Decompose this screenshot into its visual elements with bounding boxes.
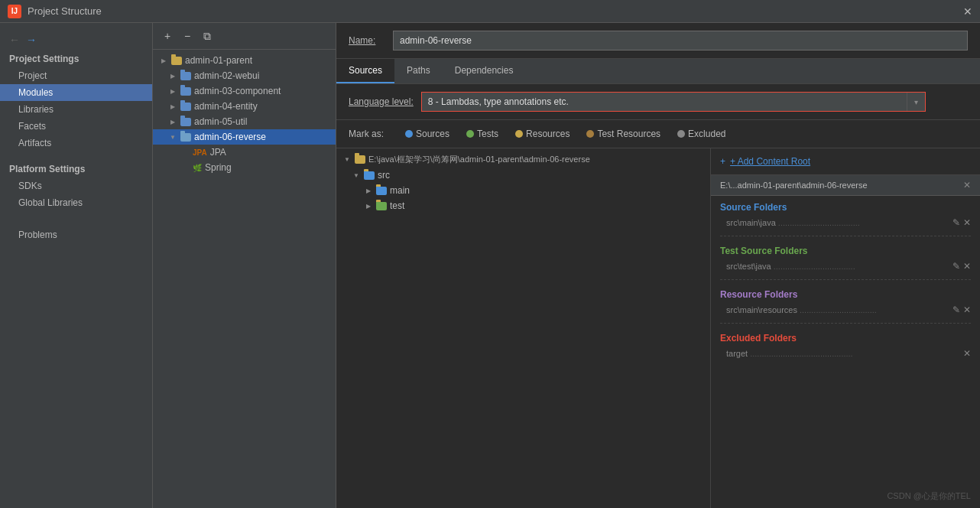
list-item[interactable]: ▶ main [336, 183, 710, 198]
edit-resource-icon[interactable]: ✎ [952, 304, 960, 315]
test-resources-dot-icon [586, 130, 594, 138]
list-item[interactable]: ▶ admin-04-entity [153, 99, 336, 114]
folder-icon [180, 103, 191, 111]
list-item[interactable]: ▶ admin-05-util [153, 114, 336, 129]
app-logo: IJ [8, 5, 21, 18]
language-level-select-wrapper: 8 - Lambdas, type annotations etc. ▾ [421, 92, 926, 112]
excluded-folder-path: target .................................… [726, 349, 963, 358]
main-folder-icon [376, 187, 387, 195]
sidebar-item-project[interactable]: Project [0, 67, 152, 84]
platform-settings-label: Platform Settings [0, 159, 152, 177]
source-folder-path-row: src\main\java ..........................… [720, 216, 971, 230]
list-item[interactable]: ▶ admin-02-webui [153, 68, 336, 83]
edit-source-icon[interactable]: ✎ [952, 217, 960, 228]
test-folder-icon [376, 202, 387, 210]
name-input[interactable] [393, 31, 968, 50]
mark-sources-button[interactable]: Sources [399, 126, 456, 142]
sidebar-item-modules[interactable]: Modules [0, 84, 152, 101]
list-item[interactable]: ▶ admin-03-component [153, 83, 336, 99]
add-module-button[interactable]: + [159, 28, 176, 44]
tab-paths[interactable]: Paths [394, 59, 443, 83]
plus-icon: + [720, 156, 725, 167]
source-folders-title: Source Folders [720, 202, 971, 213]
expand-arrow: ▶ [168, 102, 177, 111]
sidebar-item-libraries[interactable]: Libraries [0, 101, 152, 118]
nav-back[interactable]: ← [9, 34, 20, 46]
mark-excluded-button[interactable]: Excluded [671, 126, 732, 142]
sidebar: ← → Project Settings Project Modules Lib… [0, 23, 153, 508]
watermark: CSDN @心是你的TEL [887, 490, 971, 502]
delete-excluded-icon[interactable]: ✕ [963, 348, 971, 359]
mark-test-resources-button[interactable]: Test Resources [580, 126, 667, 142]
expand-arrow: ▶ [168, 117, 177, 126]
expand-arrow: ▶ [364, 201, 373, 210]
list-item[interactable]: ▼ admin-06-reverse [153, 129, 336, 145]
file-tree: ▼ E:\java\框架学习\尚筹网\admin-01-parent\admin… [336, 148, 711, 508]
module-panel: + − ⧉ ▶ admin-01-parent ▶ admin-02-webui… [153, 23, 336, 508]
module-tree: ▶ admin-01-parent ▶ admin-02-webui ▶ adm… [153, 50, 336, 508]
right-panel: + + Add Content Root E:\...admin-01-pare… [711, 148, 980, 508]
name-row: Name: [336, 23, 980, 59]
resource-folders-section: Resource Folders src\main\resources ....… [711, 283, 980, 320]
delete-test-source-icon[interactable]: ✕ [963, 261, 971, 272]
divider [720, 236, 971, 236]
mark-as-label: Mark as: [349, 129, 394, 139]
language-level-select[interactable]: 8 - Lambdas, type annotations etc. [422, 96, 907, 107]
content-panel: Name: Sources Paths Dependencies Languag… [336, 23, 980, 508]
sidebar-item-global-libraries[interactable]: Global Libraries [0, 194, 152, 211]
close-button[interactable]: ✕ [963, 5, 972, 18]
list-item[interactable]: ▼ src [336, 168, 710, 183]
main-layout: ← → Project Settings Project Modules Lib… [0, 23, 980, 508]
module-toolbar: + − ⧉ [153, 23, 336, 50]
resource-folders-title: Resource Folders [720, 289, 971, 300]
list-item[interactable]: JPA JPA [153, 145, 336, 160]
spacer [180, 163, 190, 172]
tabs-bar: Sources Paths Dependencies [336, 59, 980, 84]
remove-module-button[interactable]: − [179, 28, 196, 44]
folder-icon [180, 87, 191, 96]
resources-dot-icon [515, 130, 523, 138]
test-source-folders-section: Test Source Folders src\test\java ......… [711, 239, 980, 276]
sidebar-item-problems[interactable]: Problems [0, 226, 152, 243]
source-folders-section: Source Folders src\main\java ...........… [711, 196, 980, 233]
excluded-folders-title: Excluded Folders [720, 333, 971, 344]
list-item[interactable]: ▼ E:\java\框架学习\尚筹网\admin-01-parent\admin… [336, 151, 710, 168]
expand-arrow: ▼ [352, 171, 361, 180]
name-label: Name: [349, 35, 387, 46]
copy-module-button[interactable]: ⧉ [199, 28, 216, 44]
excluded-folder-path-row: target .................................… [720, 347, 971, 360]
list-item[interactable]: ▶ test [336, 198, 710, 213]
expand-arrow: ▼ [342, 155, 352, 164]
edit-test-source-icon[interactable]: ✎ [952, 261, 960, 272]
list-item[interactable]: ▶ admin-01-parent [153, 53, 336, 68]
content-root-path: E:\...admin-01-parent\admin-06-reverse [720, 181, 868, 190]
mark-resources-button[interactable]: Resources [509, 126, 576, 142]
tab-dependencies[interactable]: Dependencies [443, 59, 526, 83]
titlebar-title: Project Structure [28, 5, 102, 17]
folder-icon [180, 133, 191, 142]
sources-dot-icon [405, 130, 413, 138]
language-level-row: Language level: 8 - Lambdas, type annota… [336, 84, 980, 120]
delete-source-icon[interactable]: ✕ [963, 217, 971, 228]
titlebar-left: IJ Project Structure [8, 5, 102, 18]
expand-arrow: ▶ [364, 186, 373, 195]
add-content-root-button[interactable]: + + Add Content Root [711, 148, 980, 175]
nav-forward[interactable]: → [26, 34, 37, 46]
divider [720, 279, 971, 280]
mark-tests-button[interactable]: Tests [460, 126, 505, 142]
resource-folder-path-row: src\main\resources .....................… [720, 303, 971, 317]
sidebar-item-facets[interactable]: Facets [0, 118, 152, 135]
folder-icon [171, 57, 182, 65]
resource-folder-path: src\main\resources .....................… [726, 305, 952, 314]
sidebar-item-sdks[interactable]: SDKs [0, 177, 152, 194]
list-item[interactable]: 🌿 Spring [153, 160, 336, 175]
dropdown-arrow-icon[interactable]: ▾ [907, 93, 925, 111]
source-folder-actions: ✎ ✕ [952, 217, 971, 228]
content-root-close-button[interactable]: ✕ [963, 180, 971, 190]
src-folder-icon [364, 171, 375, 180]
delete-resource-icon[interactable]: ✕ [963, 304, 971, 315]
sidebar-item-artifacts[interactable]: Artifacts [0, 135, 152, 151]
tab-sources[interactable]: Sources [336, 59, 394, 83]
mark-as-row: Mark as: Sources Tests Resources Test Re… [336, 120, 980, 148]
spacer [180, 148, 190, 157]
